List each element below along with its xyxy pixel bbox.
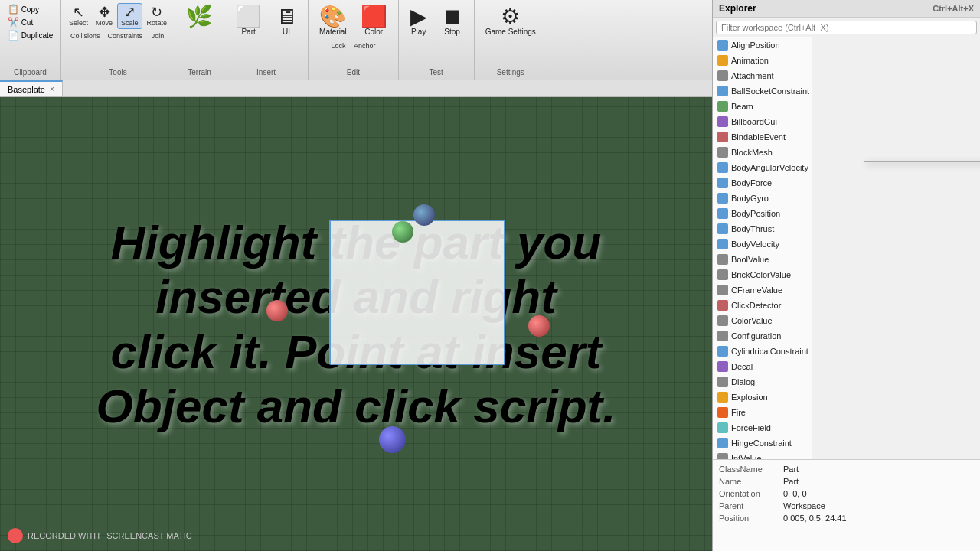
test-section: ▶ Play ⏹ Stop Test	[399, 0, 475, 80]
rotate-label: Rotate	[147, 19, 168, 27]
collisions-row: Collisions Constraints Join	[67, 31, 168, 41]
ui-icon: 🖥	[276, 6, 297, 28]
insert-label: Insert	[256, 67, 276, 77]
parent-label: Parent	[719, 501, 780, 510]
terrain-icon: 🌿	[186, 6, 213, 28]
move-icon: ✥	[99, 5, 110, 19]
object-list-item[interactable]: BlockMesh	[713, 145, 812, 160]
object-list-item[interactable]: Beam	[713, 99, 812, 114]
constraints-label: Constraints	[108, 32, 143, 40]
collisions-label: Collisions	[70, 32, 100, 40]
tab-label: Baseplate	[8, 85, 45, 94]
watermark-dot	[8, 528, 23, 543]
object-list-item[interactable]: BodyAngularVelocity	[713, 160, 812, 175]
rotate-button[interactable]: ↻ Rotate	[144, 4, 171, 28]
constraints-button[interactable]: Constraints	[105, 31, 146, 41]
object-list-item[interactable]: Attachment	[713, 68, 812, 83]
object-list-item[interactable]: ForceField	[713, 420, 812, 435]
object-list-item[interactable]: Fire	[713, 405, 812, 420]
object-list-item[interactable]: BindableEvent	[713, 129, 812, 145]
prop-orientation: Orientation 0, 0, 0	[716, 487, 977, 500]
anchor-label: Anchor	[354, 42, 376, 50]
object-list-item[interactable]: ClickDetector	[713, 298, 812, 313]
part-button[interactable]: ⬜ Part	[229, 3, 268, 39]
select-label: Select	[69, 19, 88, 27]
game-settings-button[interactable]: ⚙ Game Settings	[479, 3, 542, 39]
object-list-item[interactable]: Dialog	[713, 374, 812, 390]
prop-position: Position 0.005, 0.5, 24.41	[716, 512, 977, 524]
play-label: Play	[411, 28, 426, 36]
duplicate-label: Duplicate	[21, 31, 54, 40]
material-label: Material	[319, 28, 347, 36]
material-button[interactable]: 🎨 Material	[313, 3, 353, 39]
properties-panel: ClassName Part Name Part Orientation 0, …	[713, 459, 980, 551]
object-list-item[interactable]: BallSocketConstraint	[713, 83, 812, 99]
object-list-item[interactable]: AlignPosition	[713, 37, 812, 53]
scale-icon: ⤢	[124, 5, 136, 19]
object-list-item[interactable]: CFrameValue	[713, 282, 812, 298]
explorer-shortcut: Ctrl+Alt+X	[933, 4, 974, 13]
copy-button[interactable]: 📋 Copy	[5, 3, 56, 15]
orientation-value: 0, 0, 0	[783, 489, 807, 498]
object-list-item[interactable]: HingeConstraint	[713, 435, 812, 451]
object-list-item[interactable]: ColorValue	[713, 313, 812, 328]
object-list-item[interactable]: BodyGyro	[713, 191, 812, 206]
object-list-item[interactable]: Configuration	[713, 328, 812, 344]
ui-button[interactable]: 🖥 UI	[270, 3, 303, 39]
color-button[interactable]: 🟥 Color	[354, 3, 394, 39]
object-list-item[interactable]: Animation	[713, 53, 812, 68]
sphere-blue-top	[413, 204, 435, 226]
move-label: Move	[96, 19, 113, 27]
object-list-item[interactable]: BoolValue	[713, 252, 812, 267]
cut-icon: ✂️	[8, 17, 19, 28]
baseplate-tab[interactable]: Baseplate ×	[0, 80, 63, 96]
tab-bar: Baseplate ×	[0, 80, 712, 97]
stop-icon: ⏹	[442, 6, 463, 28]
clipboard-section: 📋 Copy ✂️ Cut 📄 Duplicate Clipboard	[0, 0, 61, 80]
object-list-item[interactable]: IntValue	[713, 451, 812, 459]
explorer-title: Explorer	[719, 3, 756, 14]
object-list-item[interactable]: CylindricalConstraint	[713, 344, 812, 359]
join-button[interactable]: Join	[147, 31, 168, 41]
selected-part[interactable]	[329, 220, 505, 365]
collisions-button[interactable]: Collisions	[67, 31, 103, 41]
material-icon: 🎨	[319, 6, 346, 28]
object-list-item[interactable]: BodyPosition	[713, 206, 812, 221]
explorer-search-input[interactable]	[716, 21, 977, 34]
object-list-item[interactable]: BrickColorValue	[713, 267, 812, 282]
explorer-panel	[812, 37, 980, 459]
color-label: Color	[364, 28, 383, 36]
tools-row: ↖ Select ✥ Move ⤢ Scale ↻ Rotate	[66, 3, 170, 29]
duplicate-button[interactable]: 📄 Duplicate	[5, 29, 56, 41]
cut-button[interactable]: ✂️ Cut	[5, 16, 56, 28]
stop-button[interactable]: ⏹ Stop	[436, 3, 469, 39]
object-list-item[interactable]: Explosion	[713, 390, 812, 405]
object-list-item[interactable]: BillboardGui	[713, 114, 812, 129]
watermark-prefix: RECORDED WITH	[28, 531, 100, 540]
play-button[interactable]: ▶ Play	[403, 3, 434, 39]
parent-value: Workspace	[783, 501, 825, 510]
part-icon: ⬜	[235, 6, 262, 28]
object-list-item[interactable]: Decal	[713, 359, 812, 374]
context-menu	[864, 161, 980, 162]
name-prop-value: Part	[783, 477, 799, 486]
scale-label: Scale	[121, 19, 139, 27]
object-list-item[interactable]: BodyThrust	[713, 221, 812, 236]
move-button[interactable]: ✥ Move	[93, 4, 116, 28]
tab-close-button[interactable]: ×	[50, 85, 54, 93]
anchor-button[interactable]: Anchor	[351, 41, 379, 51]
lock-button[interactable]: Lock	[328, 41, 349, 51]
insert-section: ⬜ Part 🖥 UI Insert	[224, 0, 309, 80]
object-list-item[interactable]: BodyForce	[713, 175, 812, 191]
right-panel: Explorer Ctrl+Alt+X AlignPositionAnimati…	[712, 0, 980, 551]
test-label: Test	[429, 67, 443, 77]
viewport[interactable]: Highlight the part you inserted and righ…	[0, 97, 712, 551]
select-button[interactable]: ↖ Select	[66, 4, 91, 28]
edit-section: 🎨 Material 🟥 Color Lock Anchor Edit	[309, 0, 399, 80]
tools-label: Tools	[109, 67, 126, 77]
scale-button[interactable]: ⤢ Scale	[117, 3, 142, 29]
terrain-button[interactable]: 🌿	[180, 3, 219, 31]
game-settings-section: ⚙ Game Settings Settings	[475, 0, 547, 80]
object-list-item[interactable]: BodyVelocity	[713, 236, 812, 252]
settings-label: Settings	[497, 67, 524, 77]
